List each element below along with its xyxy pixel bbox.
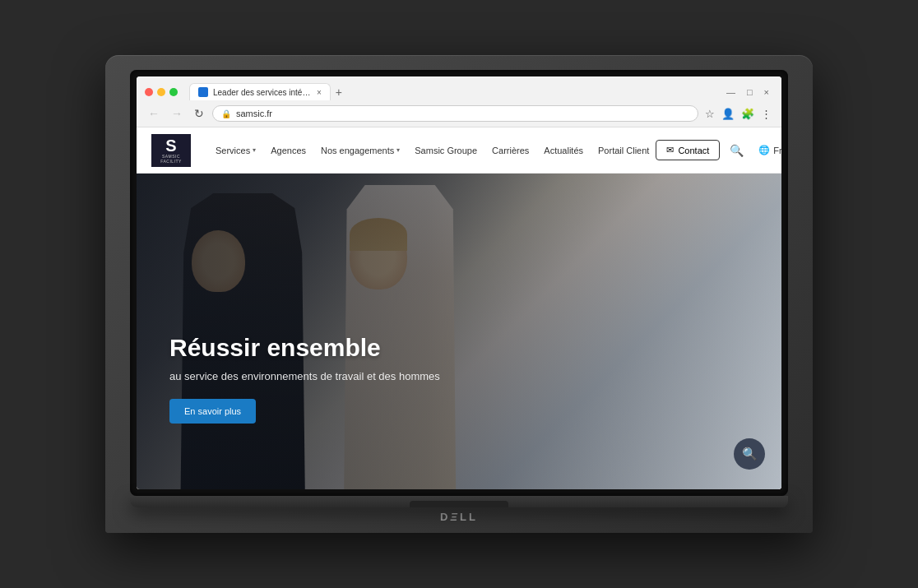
window-close-icon[interactable]: × (760, 86, 773, 99)
maximize-button[interactable] (169, 88, 178, 96)
laptop-base (130, 496, 788, 507)
forward-button[interactable]: → (168, 105, 186, 122)
laptop-container: Leader des services intégrés au... × + —… (105, 55, 813, 533)
laptop-screen: Leader des services intégrés au... × + —… (137, 76, 781, 489)
nav-item-portail[interactable]: Portail Client (591, 141, 656, 160)
nav-services-label: Services (216, 146, 250, 155)
minimize-button[interactable] (157, 88, 165, 96)
window-action-buttons: — □ × (722, 86, 773, 99)
search-icon[interactable]: 🔍 (726, 141, 747, 160)
site-navigation: S SAMSIC FACILITY Services ▾ Agences (137, 127, 781, 174)
nav-engagements-label: Nos engagements (321, 146, 394, 155)
hero-subtitle: au service des environnements de travail… (169, 370, 440, 382)
language-selector[interactable]: 🌐 France ▾ (753, 141, 781, 159)
url-text: samsic.fr (236, 109, 272, 118)
nav-item-groupe[interactable]: Samsic Groupe (408, 141, 484, 160)
profile-icon[interactable]: 👤 (720, 106, 736, 122)
nav-portail-label: Portail Client (598, 146, 649, 155)
lock-icon: 🔒 (221, 109, 231, 118)
floating-search-button[interactable]: 🔍 (734, 438, 765, 470)
nav-item-actualites[interactable]: Actualités (537, 141, 590, 160)
nav-links: Services ▾ Agences Nos engagements ▾ (209, 141, 656, 160)
nav-groupe-label: Samsic Groupe (415, 146, 477, 155)
tab-favicon (198, 87, 208, 97)
address-bar-row: ← → ↻ 🔒 samsic.fr ☆ 👤 🧩 ⋮ (145, 105, 773, 127)
active-tab[interactable]: Leader des services intégrés au... × (189, 83, 331, 100)
menu-icon[interactable]: ⋮ (759, 106, 773, 122)
tab-bar: Leader des services intégrés au... × + (189, 83, 716, 100)
logo-letter: S (165, 137, 176, 154)
language-label: France (773, 146, 781, 155)
hero-cta-button[interactable]: En savoir plus (169, 399, 256, 424)
engagements-chevron-icon: ▾ (396, 146, 400, 154)
window-maximize-icon[interactable]: □ (743, 86, 757, 99)
nav-actualites-label: Actualités (544, 146, 583, 155)
extension-icon[interactable]: 🧩 (740, 106, 756, 122)
nav-item-agences[interactable]: Agences (264, 141, 313, 160)
dell-logo: DΞLL (130, 511, 788, 523)
new-tab-button[interactable]: + (331, 84, 347, 100)
nav-actions: ✉ Contact 🔍 🌐 France ▾ (656, 140, 781, 160)
nav-item-carrieres[interactable]: Carrières (485, 141, 536, 160)
logo-line2: FACILITY (160, 159, 182, 164)
hero-content: Réussir ensemble au service des environn… (169, 334, 440, 424)
back-button[interactable]: ← (145, 105, 163, 122)
site-logo[interactable]: S SAMSIC FACILITY (150, 132, 192, 169)
tab-close[interactable]: × (317, 88, 322, 97)
globe-icon: 🌐 (758, 145, 770, 155)
envelope-icon: ✉ (666, 145, 674, 155)
laptop-body: Leader des services intégrés au... × + —… (105, 55, 813, 533)
contact-button[interactable]: ✉ Contact (656, 140, 720, 160)
nav-carrieres-label: Carrières (492, 146, 529, 155)
tab-title: Leader des services intégrés au... (213, 88, 312, 97)
hero-overlay (137, 174, 781, 489)
window-minimize-icon[interactable]: — (722, 86, 740, 99)
browser-chrome: Leader des services intégrés au... × + —… (137, 76, 781, 127)
nav-agences-label: Agences (271, 146, 306, 155)
nav-item-engagements[interactable]: Nos engagements ▾ (314, 141, 406, 160)
screen-bezel: Leader des services intégrés au... × + —… (130, 70, 788, 496)
bookmark-icon[interactable]: ☆ (703, 106, 716, 122)
floating-search-icon: 🔍 (742, 447, 758, 461)
url-bar[interactable]: 🔒 samsic.fr (212, 105, 698, 122)
nav-item-services[interactable]: Services ▾ (209, 141, 262, 160)
browser-action-buttons: ☆ 👤 🧩 ⋮ (703, 106, 773, 122)
window-controls (145, 88, 178, 96)
laptop-notch (410, 501, 508, 507)
hero-title: Réussir ensemble (169, 334, 440, 362)
contact-label: Contact (678, 146, 709, 155)
site-content: S SAMSIC FACILITY Services ▾ Agences (137, 127, 781, 489)
reload-button[interactable]: ↻ (191, 105, 207, 122)
close-button[interactable] (145, 88, 153, 96)
services-chevron-icon: ▾ (253, 146, 256, 154)
hero-section: Réussir ensemble au service des environn… (137, 174, 781, 489)
